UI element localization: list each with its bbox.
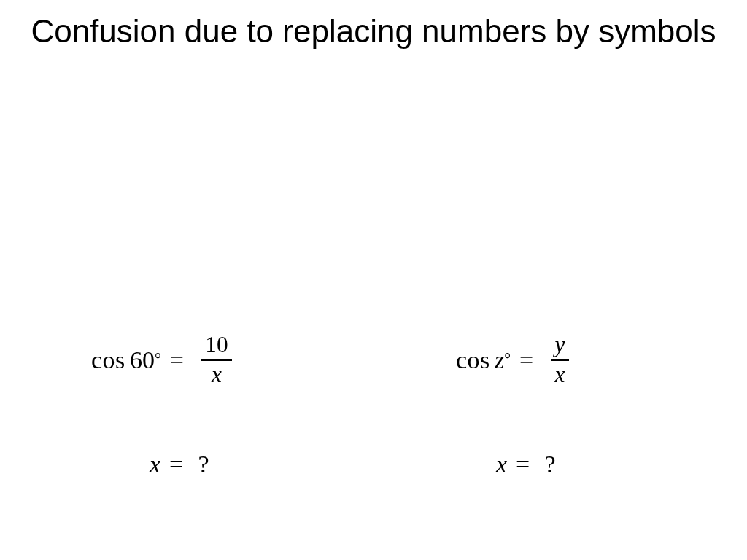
angle-value: 60 [130, 346, 155, 374]
numerator: 10 [201, 333, 233, 357]
degree-symbol: ° [504, 350, 511, 369]
equals-sign: = [170, 346, 184, 374]
variable-x: x [150, 451, 160, 478]
fraction: y x [551, 333, 569, 387]
equals-sign: = [516, 451, 530, 478]
angle-variable: z [495, 346, 504, 374]
numerator: y [551, 333, 569, 357]
degree-symbol: ° [155, 350, 161, 369]
equals-sign: = [169, 451, 183, 478]
denominator: x [551, 363, 569, 387]
cos-function: cos [91, 346, 125, 374]
equation-right-main: cos z ° = y x [456, 333, 569, 387]
question-mark: ? [545, 451, 556, 478]
cos-function: cos [456, 346, 490, 374]
equals-sign: = [519, 346, 533, 374]
equation-right-question: x = ? [496, 448, 556, 478]
slide: Confusion due to replacing numbers by sy… [0, 0, 747, 560]
question-mark: ? [198, 451, 209, 478]
fraction: 10 x [201, 333, 233, 387]
variable-x: x [496, 451, 507, 478]
fraction-bar [201, 359, 233, 361]
denominator: x [207, 363, 225, 387]
fraction-bar [551, 359, 569, 361]
equation-left-question: x = ? [150, 448, 209, 478]
slide-title: Confusion due to replacing numbers by sy… [0, 13, 747, 50]
equation-left-main: cos 60 ° = 10 x [91, 333, 232, 387]
